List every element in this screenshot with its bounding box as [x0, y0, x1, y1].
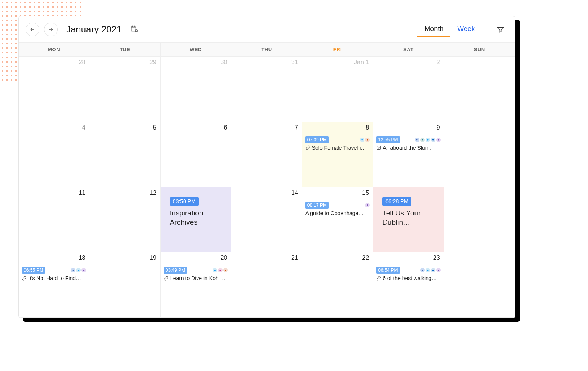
calendar-cell[interactable]: 11 — [19, 187, 89, 253]
event-card[interactable]: 07:09 PM●●Solo Female Travel i… — [305, 136, 370, 151]
date-label: 21 — [291, 254, 298, 261]
calendar-cell[interactable]: 2306:54 PM●●●●6 of the best walking… — [373, 252, 444, 318]
wp-icon: ● — [420, 138, 425, 142]
fb-icon: ● — [71, 268, 75, 272]
tw-icon: ● — [360, 138, 364, 142]
date-label: 12 — [149, 190, 156, 196]
gb-icon: ● — [436, 268, 441, 272]
fb-icon: ● — [415, 138, 419, 142]
month-title: January 2021 — [66, 24, 122, 35]
calendar-cell[interactable]: 12 — [89, 187, 160, 253]
calendar-cell[interactable]: 14 — [231, 187, 302, 253]
gb-icon: ● — [81, 268, 86, 272]
calendar-cell[interactable]: 7 — [231, 122, 302, 187]
event-card[interactable]: 03:50 PMInspiration Archives — [164, 193, 228, 227]
calendar-cell[interactable]: 29 — [89, 57, 160, 122]
date-label: 31 — [291, 59, 298, 66]
date-label: 9 — [437, 124, 440, 131]
calendar-cell[interactable] — [444, 252, 515, 318]
tw-icon: ● — [76, 268, 81, 272]
calendar-cell[interactable]: 6 — [161, 122, 231, 187]
arrow-left-icon — [29, 26, 36, 32]
event-card[interactable]: 06:54 PM●●●●6 of the best walking… — [376, 267, 440, 281]
date-label: 20 — [220, 254, 227, 261]
dow-sun: SUN — [444, 43, 515, 56]
date-label: 30 — [220, 59, 227, 66]
day-of-week-row: MONTUEWEDTHUFRISATSUN — [19, 43, 515, 57]
event-time-badge: 03:49 PM — [164, 267, 187, 274]
network-icons: ●●●● — [420, 268, 441, 272]
link-icon — [305, 145, 310, 150]
tab-month[interactable]: Month — [417, 22, 450, 37]
link-icon — [22, 276, 27, 281]
calendar-cell[interactable]: 22 — [302, 252, 373, 318]
network-icons: ●● — [360, 138, 370, 142]
event-time-badge: 06:54 PM — [376, 267, 400, 274]
calendar-cell[interactable]: 1806:55 PM●●●It's Not Hard to Find… — [19, 252, 89, 318]
event-title: All aboard the Slum… — [383, 145, 435, 151]
date-label: 4 — [82, 124, 86, 131]
calendar-cell[interactable] — [444, 122, 515, 187]
calendar-cell[interactable]: 28 — [19, 57, 89, 122]
event-card[interactable]: 08:17 PM●A guide to Copenhage… — [305, 202, 370, 216]
svg-point-3 — [378, 147, 378, 147]
fb-icon: ● — [420, 268, 425, 272]
calendar-cell[interactable]: 1508:17 PM●A guide to Copenhage… — [302, 187, 373, 253]
calendar-search-icon — [130, 24, 138, 33]
date-label: 29 — [149, 59, 156, 66]
event-card[interactable]: 03:49 PM●●●Learn to Dive in Koh … — [164, 267, 228, 281]
calendar-grid: 28293031Jan 124567807:09 PM●●Solo Female… — [19, 57, 515, 318]
dow-tue: TUE — [89, 43, 160, 56]
event-title: 6 of the best walking… — [383, 275, 437, 281]
arrow-right-icon — [48, 26, 54, 32]
event-time-badge: 07:09 PM — [305, 136, 329, 143]
date-label: 19 — [149, 254, 156, 261]
calendar-cell[interactable]: 21 — [231, 252, 302, 318]
filter-button[interactable] — [490, 26, 508, 33]
calendar-cell[interactable] — [444, 57, 515, 122]
filter-icon — [497, 26, 504, 33]
date-label: 28 — [79, 59, 86, 66]
calendar-cell[interactable]: 30 — [161, 57, 231, 122]
next-button[interactable] — [44, 23, 58, 36]
li-icon: ● — [431, 138, 435, 142]
calendar-cell[interactable]: 2 — [373, 57, 444, 122]
calendar-cell[interactable]: 19 — [89, 252, 160, 318]
event-card[interactable]: 06:28 PMTell Us Your Dublin… — [376, 193, 440, 227]
date-label: 8 — [365, 124, 369, 131]
tab-week[interactable]: Week — [450, 22, 482, 37]
calendar-cell[interactable]: 5 — [89, 122, 160, 187]
dow-wed: WED — [161, 43, 231, 56]
event-card[interactable]: 06:55 PM●●●It's Not Hard to Find… — [22, 267, 86, 281]
event-title: Solo Female Travel i… — [312, 145, 366, 151]
calendar-cell[interactable]: Jan 1 — [302, 57, 373, 122]
dow-sat: SAT — [373, 43, 444, 56]
calendar-cell[interactable]: 31 — [231, 57, 302, 122]
date-label: 2 — [437, 59, 440, 66]
gs-icon: ● — [365, 138, 370, 142]
tw-icon: ● — [213, 268, 217, 272]
date-label: 11 — [79, 190, 86, 196]
prev-button[interactable] — [26, 23, 39, 36]
date-label: 5 — [153, 124, 156, 131]
gb-icon: ● — [365, 203, 370, 207]
calendar-cell[interactable]: 807:09 PM●●Solo Female Travel i… — [302, 122, 373, 187]
date-label: 14 — [291, 190, 298, 196]
search-calendar-button[interactable] — [130, 24, 138, 34]
event-time-badge: 12:55 PM — [376, 136, 400, 143]
calendar-cell[interactable]: 03:50 PMInspiration Archives — [161, 187, 231, 253]
calendar-cell[interactable] — [444, 187, 515, 253]
date-label: 15 — [362, 190, 369, 196]
event-title: Inspiration Archives — [170, 209, 222, 227]
tw-icon: ● — [426, 268, 430, 272]
event-card[interactable]: 12:55 PM●●●●●All aboard the Slum… — [376, 136, 440, 151]
calendar-cell[interactable]: 2003:49 PM●●●Learn to Dive in Koh … — [161, 252, 231, 318]
event-time-badge: 03:50 PM — [170, 197, 199, 206]
event-title: Tell Us Your Dublin… — [382, 209, 434, 227]
calendar-cell[interactable]: 06:28 PMTell Us Your Dublin… — [373, 187, 444, 253]
date-label: 23 — [433, 254, 440, 261]
date-label: 7 — [295, 124, 298, 131]
calendar-cell[interactable]: 912:55 PM●●●●●All aboard the Slum… — [373, 122, 444, 187]
calendar-cell[interactable]: 4 — [19, 122, 89, 187]
ig-icon: ● — [218, 268, 223, 272]
